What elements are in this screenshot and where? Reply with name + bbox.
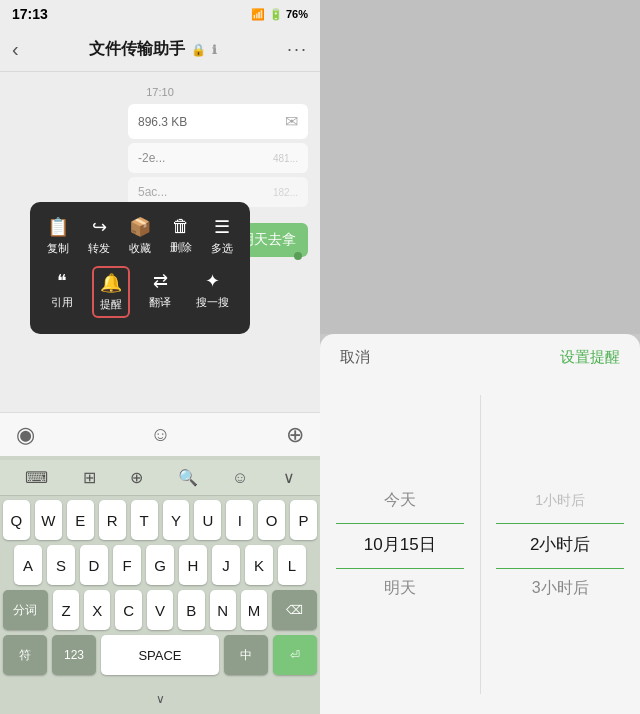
key-symbol[interactable]: 符 <box>3 635 47 675</box>
cancel-button[interactable]: 取消 <box>340 348 370 367</box>
key-j[interactable]: J <box>212 545 240 585</box>
key-y[interactable]: Y <box>163 500 190 540</box>
key-w[interactable]: W <box>35 500 62 540</box>
search-menu-item[interactable]: ✦ 搜一搜 <box>190 266 235 318</box>
key-q[interactable]: Q <box>3 500 30 540</box>
search-menu-icon: ✦ <box>205 270 220 292</box>
key-space[interactable]: SPACE <box>101 635 219 675</box>
reminder-header: 取消 设置提醒 <box>320 334 640 375</box>
file-label-2: -2e... <box>138 151 165 165</box>
key-a[interactable]: A <box>14 545 42 585</box>
key-chinese[interactable]: 中 <box>224 635 268 675</box>
key-i[interactable]: I <box>226 500 253 540</box>
key-u[interactable]: U <box>194 500 221 540</box>
context-menu-row-2: ❝ 引用 🔔 提醒 ⇄ 翻译 ✦ 搜一搜 <box>38 266 242 318</box>
key-f[interactable]: F <box>113 545 141 585</box>
key-delete[interactable]: ⌫ <box>272 590 317 630</box>
back-button[interactable]: ‹ <box>12 38 19 61</box>
forward-menu-item[interactable]: ↪ 转发 <box>82 212 116 260</box>
file-icon-1: ✉ <box>285 112 298 131</box>
picker-item-3hr: 3小时后 <box>481 567 641 611</box>
key-r[interactable]: R <box>99 500 126 540</box>
emoji-button[interactable]: ☺ <box>150 423 170 446</box>
forward-label: 转发 <box>88 241 110 256</box>
file-size-1: 896.3 KB <box>138 115 187 129</box>
message-row: 896.3 KB ✉ <box>12 104 308 139</box>
key-c[interactable]: C <box>115 590 141 630</box>
key-z[interactable]: Z <box>53 590 79 630</box>
translate-label: 翻译 <box>149 295 171 310</box>
picker-item-extra-hr <box>481 611 641 655</box>
file-label-3: 5ac... <box>138 185 167 199</box>
message-row-2: -2e... 481... <box>12 143 308 173</box>
collect-icon: 📦 <box>129 216 151 238</box>
toolbar-emoji-icon[interactable]: ☺ <box>224 465 256 491</box>
info-icon: ℹ <box>212 43 217 57</box>
file-bubble-1[interactable]: 896.3 KB ✉ <box>128 104 308 139</box>
voice-button[interactable]: ◉ <box>16 422 35 448</box>
delete-menu-item[interactable]: 🗑 删除 <box>164 212 198 260</box>
key-t[interactable]: T <box>131 500 158 540</box>
more-button[interactable]: ··· <box>287 39 308 60</box>
key-g[interactable]: G <box>146 545 174 585</box>
key-fenci[interactable]: 分词 <box>3 590 48 630</box>
key-b[interactable]: B <box>178 590 204 630</box>
toolbar-text-icon[interactable]: ⊕ <box>122 464 151 491</box>
picker-item-1hr: 1小时后 <box>481 479 641 523</box>
forward-icon: ↪ <box>92 216 107 238</box>
chat-bottom-bar: ◉ ☺ ⊕ <box>0 412 320 456</box>
key-s[interactable]: S <box>47 545 75 585</box>
message-timestamp: 17:10 <box>12 86 308 98</box>
multiselect-icon: ☰ <box>214 216 230 238</box>
toolbar-keyboard-icon[interactable]: ⌨ <box>17 464 56 491</box>
keyboard-chevron[interactable]: ∨ <box>0 684 320 714</box>
key-x[interactable]: X <box>84 590 110 630</box>
picker-item-tomorrow: 明天 <box>320 567 480 611</box>
quote-label: 引用 <box>51 295 73 310</box>
key-e[interactable]: E <box>67 500 94 540</box>
quote-menu-item[interactable]: ❝ 引用 <box>45 266 79 318</box>
chat-area: 17:10 896.3 KB ✉ -2e... 481... 5ac... 18… <box>0 72 320 412</box>
key-o[interactable]: O <box>258 500 285 540</box>
multiselect-menu-item[interactable]: ☰ 多选 <box>205 212 239 260</box>
key-row-4: 符 123 SPACE 中 ⏎ <box>3 635 317 675</box>
file-bubble-2[interactable]: -2e... 481... <box>128 143 308 173</box>
toolbar-grid-icon[interactable]: ⊞ <box>75 464 104 491</box>
left-panel: 17:13 📶 🔋 76% ‹ 文件传输助手 🔒 ℹ ··· 17:10 896… <box>0 0 320 714</box>
keyboard-key-rows: Q W E R T Y U I O P A S D F G H J K <box>0 496 320 684</box>
toolbar-chevron-icon[interactable]: ∨ <box>275 464 303 491</box>
key-n[interactable]: N <box>210 590 236 630</box>
remind-menu-item[interactable]: 🔔 提醒 <box>92 266 130 318</box>
remind-icon: 🔔 <box>100 272 122 294</box>
chat-header: ‹ 文件传输助手 🔒 ℹ ··· <box>0 28 320 72</box>
key-m[interactable]: M <box>241 590 267 630</box>
context-menu: 📋 复制 ↪ 转发 📦 收藏 🗑 删除 ☰ 多选 <box>30 202 250 334</box>
key-p[interactable]: P <box>290 500 317 540</box>
status-icons: 📶 🔋 76% <box>251 8 308 21</box>
translate-menu-item[interactable]: ⇄ 翻译 <box>143 266 177 318</box>
key-123[interactable]: 123 <box>52 635 96 675</box>
remind-label: 提醒 <box>100 297 122 312</box>
toolbar-search-icon[interactable]: 🔍 <box>170 464 206 491</box>
key-l[interactable]: L <box>278 545 306 585</box>
reminder-picker[interactable]: 今天 10月15日 明天 1小时后 2小时后 3小时后 <box>320 375 640 714</box>
picker-item-oct15: 10月15日 <box>320 523 480 567</box>
collect-menu-item[interactable]: 📦 收藏 <box>123 212 157 260</box>
battery-icon: 🔋 76% <box>269 8 308 21</box>
key-v[interactable]: V <box>147 590 173 630</box>
picker-item-2hr: 2小时后 <box>481 523 641 567</box>
key-row-1: Q W E R T Y U I O P <box>3 500 317 540</box>
key-enter[interactable]: ⏎ <box>273 635 317 675</box>
copy-menu-item[interactable]: 📋 复制 <box>41 212 75 260</box>
picker-item-extra-date <box>320 611 480 655</box>
right-panel: 取消 设置提醒 今天 10月15日 明天 1小时后 2小时后 3小时后 <box>320 0 640 714</box>
key-k[interactable]: K <box>245 545 273 585</box>
key-h[interactable]: H <box>179 545 207 585</box>
picker-column-hours[interactable]: 1小时后 2小时后 3小时后 <box>481 375 641 714</box>
set-reminder-button[interactable]: 设置提醒 <box>560 348 620 367</box>
picker-column-date[interactable]: 今天 10月15日 明天 <box>320 375 480 714</box>
key-d[interactable]: D <box>80 545 108 585</box>
signal-icon: 📶 <box>251 8 265 21</box>
status-time: 17:13 <box>12 6 48 22</box>
add-button[interactable]: ⊕ <box>286 422 304 448</box>
